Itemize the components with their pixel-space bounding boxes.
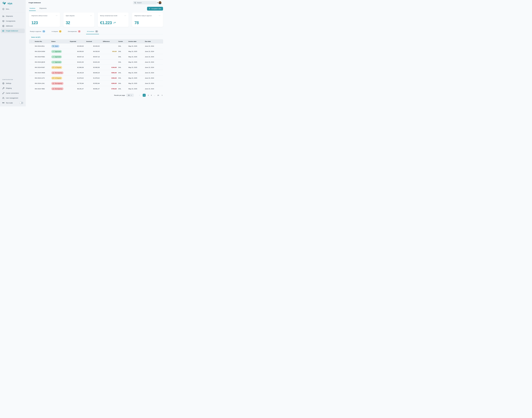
- sidebar-item-user-management[interactable]: User management: [1, 96, 25, 100]
- stat-card-money-reclaimed: Money reclaimed last month €1.223: [98, 12, 129, 27]
- cell-invoice-no: INV-2024-UJ73: [35, 77, 51, 79]
- cell-invoice-no: INV-2024-VM35: [35, 72, 51, 73]
- cell-difference: €700,00: [101, 88, 118, 90]
- sidebar-item-label: Shipping: [6, 87, 12, 89]
- cell-expected: €6.291,47: [69, 88, 85, 90]
- check-icon: [52, 51, 54, 52]
- sidebar-item-carrier-connections[interactable]: Carrier connections: [1, 91, 25, 95]
- sidebar-item-label: Carrier connections: [6, 92, 19, 94]
- count-badge: 6: [59, 30, 61, 33]
- cell-invoice-date: May 23, 2025: [128, 51, 145, 52]
- table-row: INV-2024-ZE11 Open €5.000,00 €5.000,00 D…: [29, 44, 163, 49]
- cell-due-date: June 23, 2024: [145, 77, 163, 79]
- cell-due-date: June 23, 2024: [145, 61, 163, 63]
- gear-icon: [2, 82, 4, 84]
- cell-expected: €4.821,93: [69, 61, 85, 63]
- chevron-down-icon: [130, 94, 132, 96]
- status-badge: Open: [51, 45, 59, 47]
- sidebar-item-label: Consignments: [6, 20, 15, 22]
- global-search[interactable]: ⌘K: [133, 1, 157, 4]
- cell-carrier: DHL: [118, 45, 128, 47]
- sidebar-item-label: User management: [6, 97, 18, 99]
- cell-difference: €200,00: [101, 82, 118, 84]
- cell-invoice-no: INV-2024-GH54: [35, 51, 51, 52]
- sidebar-item-settings[interactable]: Settings: [1, 81, 25, 86]
- sidebar: viya New... Shipments Consignments: [0, 0, 26, 106]
- unplug-icon: [2, 92, 4, 94]
- col-invoiced: Invoiced: [85, 41, 101, 42]
- cell-invoiced: €8.645,29: [85, 72, 101, 73]
- sidebar-item-shipments[interactable]: Shipments: [1, 14, 25, 18]
- wrench-icon: [2, 87, 4, 89]
- card-menu-icon[interactable]: [159, 15, 161, 17]
- page-button-2[interactable]: 2: [148, 94, 149, 96]
- card-menu-icon[interactable]: [90, 15, 92, 17]
- page-button-1[interactable]: 1: [143, 94, 146, 97]
- card-value: 32: [66, 21, 70, 25]
- filter-tab-in-dispute[interactable]: In dispute 6: [51, 30, 62, 34]
- cell-expected: €3.752,84: [69, 82, 85, 84]
- col-status: Status: [51, 41, 69, 42]
- filter-tab-label: All invoices: [87, 31, 94, 32]
- sidebar-item-label: Freight Settlement: [6, 30, 18, 32]
- user-avatar[interactable]: [158, 1, 162, 4]
- filter-icon: [149, 8, 150, 10]
- table-footer: Results per page 25 1 2 3 ... 10: [29, 94, 163, 97]
- tab-invoices[interactable]: Invoices: [29, 7, 36, 11]
- col-due-date: Due date: [145, 41, 163, 42]
- cell-invoice-date: May 23, 2025: [128, 45, 145, 47]
- cell-difference: €30,00: [101, 51, 118, 52]
- count-badge: 8: [78, 30, 81, 33]
- cell-carrier: DHL: [118, 67, 128, 68]
- card-menu-icon[interactable]: [124, 15, 126, 17]
- primary-tabs: Invoices Shipments Exception rules: [26, 5, 164, 11]
- message-square-icon: [52, 67, 54, 68]
- sidebar-item-consignments[interactable]: Consignments: [1, 19, 25, 23]
- chevron-left-icon[interactable]: [139, 94, 140, 96]
- table-header: Invoice No. Status Expected Invoiced Dif…: [29, 39, 163, 44]
- test-mode-toggle[interactable]: [19, 102, 23, 104]
- sidebar-item-addresses[interactable]: Addresses: [1, 24, 25, 28]
- cell-invoice-date: May 23, 2025: [128, 77, 145, 79]
- card-menu-icon[interactable]: [56, 15, 58, 17]
- cell-expected: €4.000,00: [69, 51, 85, 52]
- viya-logo-icon: [2, 2, 7, 5]
- card-title: Open disputes: [66, 15, 75, 16]
- cell-invoiced: €5.000,00: [85, 45, 101, 47]
- exception-rules-button[interactable]: Exception rules: [147, 7, 163, 11]
- barrier-icon: [2, 102, 4, 104]
- sidebar-item-new[interactable]: New...: [1, 7, 25, 11]
- filter-tab-ready-to-approve[interactable]: Ready to approve 78: [29, 30, 46, 34]
- col-invoice-no: Invoice No.: [35, 41, 51, 42]
- main-content: Freight Settlement ⌘K: [26, 0, 164, 97]
- status-badge: Discrepancy: [51, 71, 64, 74]
- cell-invoiced: €1.978,32: [85, 77, 101, 79]
- cell-invoice-date: May 23, 2025: [128, 72, 145, 73]
- select-all-checkbox[interactable]: [31, 41, 32, 42]
- card-value: 78: [134, 21, 139, 25]
- filter-tab-discrepancies[interactable]: Discrepancies 8: [67, 30, 81, 34]
- sidebar-item-shipping[interactable]: Shipping: [1, 86, 25, 91]
- status-badge: Approved: [51, 61, 62, 64]
- tab-shipments[interactable]: Shipments: [39, 7, 47, 11]
- cell-carrier: DHL: [118, 77, 128, 79]
- sidebar-item-label: Addresses: [6, 25, 13, 27]
- cell-invoice-date: May 23, 2025: [128, 61, 145, 63]
- cell-invoice-date: May 23, 2025: [128, 67, 145, 68]
- chevron-right-icon[interactable]: [161, 94, 163, 96]
- per-page-select[interactable]: 25: [126, 94, 134, 97]
- cell-expected: €2.963,58: [69, 67, 85, 68]
- stat-cards: Shipments without invoice 123 Open dispu…: [26, 11, 164, 27]
- search-icon: [134, 2, 136, 4]
- filter-tab-all-invoices[interactable]: All invoices 92: [86, 30, 99, 34]
- page-button-3[interactable]: 3: [151, 94, 152, 96]
- cell-invoice-no: INV-2024-RX67: [35, 67, 51, 68]
- brand-logo[interactable]: viya: [0, 0, 25, 7]
- select-all-link[interactable]: Select all (67): [31, 36, 163, 38]
- sidebar-item-label: New...: [6, 8, 10, 10]
- search-input[interactable]: [137, 2, 156, 3]
- card-title: Shipments without invoice: [31, 15, 47, 16]
- sidebar-item-freight-settlement[interactable]: Freight Settlement: [1, 29, 25, 33]
- status-badge: In Dispute: [51, 77, 62, 80]
- page-button-10[interactable]: 10: [157, 94, 159, 96]
